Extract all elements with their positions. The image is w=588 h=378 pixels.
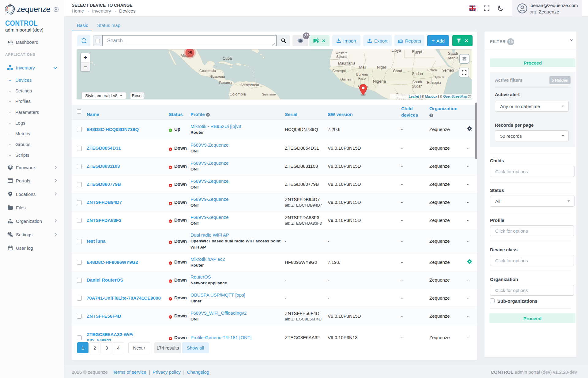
svg-text:25: 25 (188, 51, 192, 55)
svg-text:Yemen: Yemen (442, 68, 454, 73)
svg-text:Venezuela: Venezuela (241, 83, 259, 87)
svg-text:Mauritania: Mauritania (338, 61, 355, 65)
svg-text:Sahara: Sahara (336, 55, 347, 58)
svg-text:Libya: Libya (391, 49, 401, 53)
svg-text:Western: Western (336, 51, 348, 55)
svg-text:Sudan: Sudan (412, 72, 423, 76)
svg-text:South: South (412, 80, 422, 84)
svg-text:Suriname: Suriname (262, 92, 276, 96)
svg-text:Guinea: Guinea (340, 77, 351, 81)
svg-text:Djibouti: Djibouti (434, 76, 444, 79)
svg-text:Guatemala: Guatemala (199, 69, 216, 73)
svg-text:Senegal: Senegal (332, 69, 346, 73)
svg-text:Saudi: Saudi (448, 51, 458, 56)
svg-text:Nicaragua: Nicaragua (209, 75, 225, 78)
svg-text:Nigeria: Nigeria (373, 79, 386, 84)
svg-text:Sudan: Sudan (412, 84, 423, 88)
svg-text:Ethiopia: Ethiopia (427, 80, 441, 85)
svg-text:Arabia: Arabia (447, 56, 458, 60)
svg-text:Cuba: Cuba (223, 56, 232, 61)
svg-text:Burkina: Burkina (356, 73, 368, 76)
svg-text:Mali: Mali (359, 65, 366, 69)
svg-text:Niger: Niger (377, 65, 386, 69)
svg-text:Panama: Panama (219, 81, 232, 84)
svg-text:Eritrea: Eritrea (428, 68, 437, 72)
svg-text:Faso: Faso (358, 77, 366, 80)
svg-text:Colombia: Colombia (230, 92, 246, 96)
svg-text:Chad: Chad (393, 69, 402, 73)
svg-text:Egypt: Egypt (412, 49, 422, 54)
